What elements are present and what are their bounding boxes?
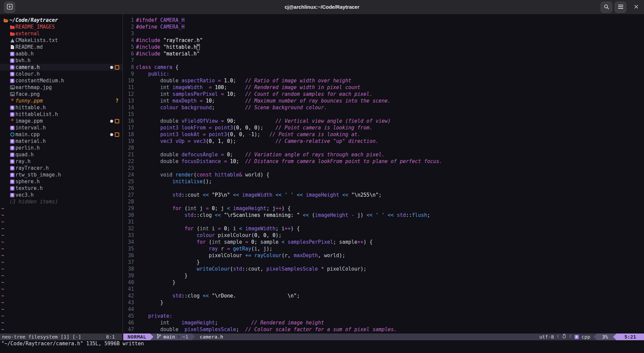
file-tree: ~/Code/RaytracerREADME_IMAGESexternalCMa… — [0, 14, 123, 334]
tree-item-label: ~/Code/Raytracer — [9, 17, 58, 24]
tree-item-perlin.h[interactable]: Hperlin.h — [0, 145, 123, 151]
code-line[interactable]: 36 pixelColour += rayColour(r, maxDepth,… — [123, 252, 345, 259]
powerline-separator — [192, 334, 195, 340]
code-line[interactable]: 32 for (int i = 0; i < imageWidth; i++) … — [123, 225, 300, 232]
code-line[interactable]: 27 std::cout << "P3\n" << imageWidth << … — [123, 192, 382, 198]
close-window-button[interactable] — [631, 2, 641, 13]
tree-item-readme-images[interactable]: README_IMAGES — [0, 24, 123, 30]
tree-item-material.h[interactable]: Hmaterial.h — [0, 138, 123, 145]
markdown-icon — [10, 44, 15, 50]
tree-item-image.ppm[interactable]: *image.ppm — [0, 118, 123, 124]
tree-item-face.png[interactable]: face.png — [0, 91, 123, 97]
code-line[interactable]: 30 std::clog << "\rScanlines remaining: … — [123, 212, 430, 219]
code-line[interactable]: 20 — [123, 145, 136, 151]
code-line[interactable]: 25 initialise(); — [123, 178, 212, 185]
code-line[interactable]: 46 int imageHeight; // Rendered image he… — [123, 319, 324, 326]
tree-item-label: quad.h — [15, 151, 34, 158]
code-line[interactable]: 9 public: — [123, 71, 169, 77]
code-line[interactable]: 34 for (int sample = 0; sample < samples… — [123, 239, 372, 245]
tree-item-ray.h[interactable]: Hray.h — [0, 158, 123, 165]
tree-item-cmakelists.txt[interactable]: CMakeLists.txt — [0, 37, 123, 44]
header-file-icon: H — [10, 57, 15, 64]
code-line[interactable]: 42 std::clog << "\rDone. \n"; — [123, 292, 300, 299]
search-button[interactable] — [601, 2, 612, 13]
code-line[interactable]: 18 point3 lookAt = point3(0, 0, -1); // … — [123, 131, 360, 138]
tree-item-hittablelist.h[interactable]: HhittableList.h — [0, 111, 123, 118]
code-line[interactable]: 44 — [123, 306, 136, 313]
tree-item--3-hidden-items-[interactable]: (3 hidden items) — [0, 198, 123, 205]
line-number: 36 — [123, 252, 134, 259]
tree-item-readme.md[interactable]: README.md — [0, 44, 123, 50]
code-line[interactable]: 33 colour pixelColour(0, 0, 0); — [123, 232, 282, 239]
code-line[interactable]: 5#include "hittable.h" — [123, 44, 200, 50]
tree-item-raytracer.h[interactable]: HrayTracer.h — [0, 165, 123, 171]
code-line[interactable]: 1#ifndef CAMERA_H — [123, 17, 185, 24]
tree-item-interval.h[interactable]: Hinterval.h — [0, 124, 123, 131]
tree-item-quad.h[interactable]: Hquad.h — [0, 151, 123, 158]
code-line[interactable]: 22 double focusDistance = 10; // Distanc… — [123, 158, 442, 165]
statusline-filename: camera.h — [200, 334, 223, 340]
code-line[interactable]: 14 colour background; // Scene backgroun… — [123, 104, 327, 111]
code-editor[interactable]: 1#ifndef CAMERA_H2#define CAMERA_H34#inc… — [123, 14, 644, 334]
tree-item-vec3.h[interactable]: Hvec3.h — [0, 192, 123, 198]
code-line[interactable]: 45 private: — [123, 313, 172, 319]
code-line[interactable]: 41 — [123, 286, 136, 292]
code-line[interactable]: 35 ray r = getRay(i, j); — [123, 245, 272, 252]
code-line[interactable]: 17 point3 lookFrom = point3(0, 0, 0); //… — [123, 124, 372, 131]
code-line[interactable]: 38 writeColour(std::cout, pixelSamplesSc… — [123, 266, 366, 272]
tree-item-earthmap.jpg[interactable]: earthmap.jpg — [0, 84, 123, 91]
code-line[interactable]: 39 } — [123, 272, 188, 279]
line-number: 33 — [123, 232, 134, 239]
terminal-window: cj@archlinux:~/Code/Raytracer — [0, 0, 644, 353]
tree-item-constantmedium.h[interactable]: HconstantMedium.h — [0, 77, 123, 84]
code-line[interactable]: 31 — [123, 219, 136, 225]
line-number: 43 — [123, 299, 134, 306]
line-number: 12 — [123, 91, 134, 97]
tree-item-external[interactable]: external — [0, 30, 123, 37]
ppm-file-icon: * — [10, 97, 15, 104]
code-line[interactable]: 6#include "material.h" — [123, 50, 200, 57]
code-line[interactable]: 28 — [123, 198, 136, 205]
tree-item-main.cpp[interactable]: main.cpp — [0, 131, 123, 138]
folder-icon — [10, 24, 15, 30]
code-line[interactable]: 12 int samplesPerPixel = 10; // Count of… — [123, 91, 372, 97]
code-line[interactable]: 16 double vFieldOfView = 90; // Vertical… — [123, 118, 391, 124]
tree-item-label: external — [15, 30, 40, 37]
code-line[interactable]: 3 — [123, 30, 136, 37]
code-line[interactable]: 47 double pixelSamplesScale; // Colour s… — [123, 326, 397, 333]
tree-item--code-raytracer[interactable]: ~/Code/Raytracer — [0, 17, 123, 24]
line-number: 15 — [123, 111, 134, 118]
code-line[interactable]: 13 int maxDepth = 10; // Maximum number … — [123, 97, 391, 104]
code-line[interactable]: 11 int imageWidth = 100; // Rendered ima… — [123, 84, 360, 91]
code-line[interactable]: 23 — [123, 165, 136, 171]
code-line[interactable]: 37 } — [123, 259, 200, 266]
tree-item-colour.h[interactable]: Hcolour.h — [0, 71, 123, 77]
code-line[interactable]: 7 — [123, 57, 136, 64]
code-line[interactable]: 15 — [123, 111, 136, 118]
tree-item-camera.h[interactable]: Hcamera.h — [0, 64, 123, 71]
code-line[interactable]: 29 for (int j = 0; j < imageHeight; j++)… — [123, 205, 291, 212]
code-line[interactable]: 43 } — [123, 299, 163, 306]
tree-item-rtw-stb-image.h[interactable]: Hrtw_stb_image.h — [0, 171, 123, 178]
powerline-separator — [613, 334, 616, 340]
header-file-icon: H — [10, 158, 15, 165]
menu-button[interactable] — [615, 2, 626, 13]
code-line[interactable]: 21 double defocusAngle = 0; // Variation… — [123, 151, 385, 158]
tree-item-sphere.h[interactable]: Hsphere.h — [0, 178, 123, 185]
code-line[interactable]: 19 vec3 vUp = vec3(0, 1, 0); // Camera-r… — [123, 138, 378, 145]
code-line[interactable]: 2#define CAMERA_H — [123, 24, 185, 30]
code-line[interactable]: 8class camera { — [123, 64, 178, 71]
code-line[interactable]: 4#include "rayTracer.h" — [123, 37, 203, 44]
tree-item-hittable.h[interactable]: Hhittable.h — [0, 104, 123, 111]
tree-item-texture.h[interactable]: Htexture.h — [0, 185, 123, 192]
modified-square-icon — [115, 119, 119, 123]
code-line[interactable]: 26 — [123, 185, 136, 192]
tree-item-funny.ppm[interactable]: *funny.ppm? — [0, 97, 123, 104]
code-line[interactable]: 40 } — [123, 279, 175, 286]
vim-message-line: "~/Code/Raytracer/camera.h" 135L, 5996B … — [1, 340, 144, 347]
tree-item-aabb.h[interactable]: Haabb.h — [0, 50, 123, 57]
code-line[interactable]: 10 double aspectRatio = 1.0; // Ratio of… — [123, 77, 351, 84]
code-line[interactable]: 24 void render(const hittable& world) { — [123, 171, 269, 178]
tree-item-bvh.h[interactable]: Hbvh.h — [0, 57, 123, 64]
open-buffer-dot-icon — [110, 133, 113, 136]
